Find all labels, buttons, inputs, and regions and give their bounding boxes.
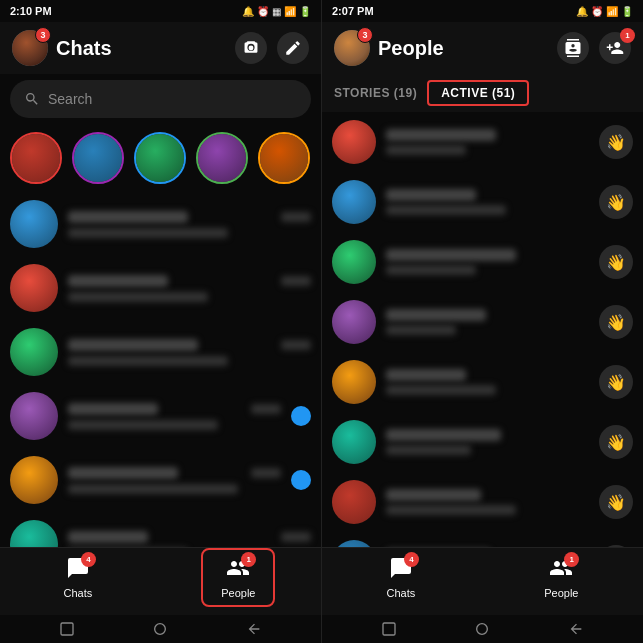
people-status [386, 205, 506, 215]
story-avatar-2[interactable] [72, 132, 124, 184]
edit-button[interactable] [277, 32, 309, 64]
people-status [386, 325, 456, 335]
people-avatar [332, 480, 376, 524]
home-nav-btn[interactable] [149, 618, 171, 640]
chat-avatar [10, 328, 58, 376]
table-row[interactable] [0, 384, 321, 448]
camera-button[interactable] [235, 32, 267, 64]
story-img-1 [12, 134, 60, 182]
left-header-left: 3 Chats [12, 30, 112, 66]
left-avatar-container: 3 [12, 30, 48, 66]
people-info [386, 309, 589, 335]
table-row[interactable] [0, 192, 321, 256]
chat-name [68, 275, 168, 287]
chat-info [68, 211, 311, 238]
table-row[interactable] [0, 448, 321, 512]
left-panel: 2:10 PM 🔔 ⏰ ▦ 📶 🔋 3 Chats [0, 0, 321, 643]
list-item[interactable]: 👋 [322, 172, 643, 232]
people-tabs: STORIES (19) ACTIVE (51) [322, 74, 643, 112]
people-info [386, 429, 589, 455]
left-avatar-badge: 3 [35, 27, 51, 43]
wave-button[interactable]: 👋 [599, 305, 633, 339]
people-name [386, 129, 496, 141]
wave-button[interactable]: 👋 [599, 365, 633, 399]
list-item[interactable]: 👋 [322, 232, 643, 292]
right-status-icons: 🔔 ⏰ 📶 🔋 [576, 6, 633, 17]
contacts-button[interactable] [557, 32, 589, 64]
people-avatar [332, 300, 376, 344]
back-nav-btn[interactable] [243, 618, 265, 640]
story-avatar-5[interactable] [258, 132, 310, 184]
chat-info [68, 275, 311, 302]
nav-chats-left[interactable]: 4 Chats [45, 550, 110, 605]
right-home-nav-btn[interactable] [471, 618, 493, 640]
left-header: 3 Chats [0, 22, 321, 74]
wave-button[interactable]: 👋 [599, 245, 633, 279]
right-header-left: 3 People [334, 30, 444, 66]
wave-button[interactable]: 👋 [599, 185, 633, 219]
list-item[interactable]: 👋 [322, 112, 643, 172]
search-bar[interactable]: Search [10, 80, 311, 118]
people-name [386, 309, 486, 321]
people-avatar [332, 180, 376, 224]
people-status [386, 505, 516, 515]
add-person-button[interactable]: 1 [599, 32, 631, 64]
chat-preview [68, 356, 228, 366]
table-row[interactable] [0, 512, 321, 547]
right-alarm-icon: ⏰ [591, 6, 603, 17]
people-info [386, 129, 589, 155]
wave-button[interactable]: 👋 [599, 485, 633, 519]
contacts-icon [564, 39, 582, 57]
square-nav-btn[interactable] [56, 618, 78, 640]
chat-preview [68, 292, 208, 302]
tab-active[interactable]: ACTIVE (51) [427, 80, 529, 106]
nav-people-right[interactable]: 1 People [526, 550, 596, 605]
signal-icon: 📶 [284, 6, 296, 17]
people-label-right: People [544, 587, 578, 599]
right-avatar-badge: 3 [357, 27, 373, 43]
search-icon [24, 91, 40, 107]
left-bottom-nav: 4 Chats 1 People [0, 547, 321, 615]
chat-info [68, 531, 311, 548]
svg-point-3 [477, 624, 488, 635]
right-header-title: People [378, 37, 444, 60]
right-back-nav-btn[interactable] [565, 618, 587, 640]
list-item[interactable]: 👋 [322, 532, 643, 547]
people-name [386, 429, 501, 441]
add-person-icon [606, 39, 624, 57]
story-avatar-3[interactable] [134, 132, 186, 184]
table-row[interactable] [0, 320, 321, 384]
list-item[interactable]: 👋 [322, 292, 643, 352]
left-header-title: Chats [56, 37, 112, 60]
left-system-nav [0, 615, 321, 643]
alarm-icon: ⏰ [257, 6, 269, 17]
list-item[interactable]: 👋 [322, 472, 643, 532]
right-square-nav-btn[interactable] [378, 618, 400, 640]
list-item[interactable]: 👋 [322, 412, 643, 472]
notification-icon: 🔔 [242, 6, 254, 17]
unread-badge [291, 470, 311, 490]
chats-label-right: Chats [386, 587, 415, 599]
story-avatar-1[interactable] [10, 132, 62, 184]
nav-people-left[interactable]: 1 People [201, 548, 275, 607]
chat-preview [68, 420, 218, 430]
chat-name [68, 403, 158, 415]
people-status [386, 265, 476, 275]
nav-chats-right[interactable]: 4 Chats [368, 550, 433, 605]
people-list: 👋 👋 👋 👋 [322, 112, 643, 547]
people-badge-right: 1 [564, 552, 579, 567]
list-item[interactable]: 👋 [322, 352, 643, 412]
chat-avatar [10, 392, 58, 440]
story-avatar-4[interactable] [196, 132, 248, 184]
chats-nav-icon: 4 [66, 556, 90, 584]
wave-button[interactable]: 👋 [599, 125, 633, 159]
table-row[interactable] [0, 256, 321, 320]
chat-preview [68, 484, 238, 494]
wave-button[interactable]: 👋 [599, 425, 633, 459]
chat-time [281, 276, 311, 286]
tab-stories[interactable]: STORIES (19) [334, 82, 417, 104]
chat-list [0, 192, 321, 547]
people-label-left: People [221, 587, 255, 599]
right-notification-icon: 🔔 [576, 6, 588, 17]
left-status-icons: 🔔 ⏰ ▦ 📶 🔋 [242, 6, 311, 17]
